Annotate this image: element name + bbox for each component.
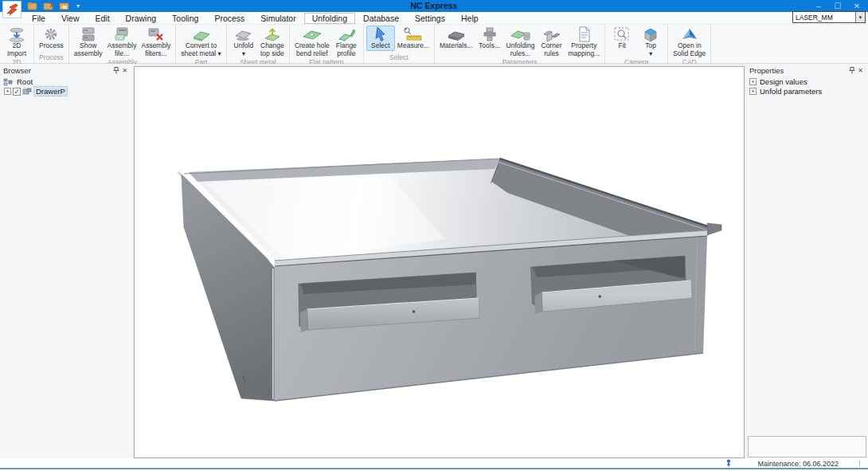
browser-panel-title: Browser xyxy=(3,66,31,75)
materials-icon xyxy=(447,26,466,42)
design-values-expander-icon[interactable]: + xyxy=(749,78,757,85)
drawerp-expander-icon[interactable]: + xyxy=(4,88,11,95)
ribbon-group-select: Select Measure... Select xyxy=(364,25,435,63)
2d-import-icon xyxy=(8,26,25,42)
quick-access-toolbar: ▾ xyxy=(27,2,80,10)
measure-button[interactable]: Measure... xyxy=(395,26,432,51)
browser-panel-header: Browser ✕ xyxy=(0,64,132,76)
assembly-file-icon: </> xyxy=(112,26,131,42)
assembly-file-button[interactable]: </> Assembly file... xyxy=(105,26,139,58)
top-view-cube-icon xyxy=(642,26,659,42)
maximize-button[interactable]: ☐ xyxy=(828,0,847,12)
tools-icon xyxy=(481,26,499,42)
2d-import-button[interactable]: 2D Import xyxy=(2,26,31,58)
unfolding-rules-button[interactable]: Unfolding rules... xyxy=(504,26,538,58)
close-button[interactable]: ✕ xyxy=(847,0,866,12)
property-mapping-icon xyxy=(575,26,592,42)
unfold-button[interactable]: Unfold ▾ xyxy=(229,26,258,58)
qat-import-button[interactable] xyxy=(43,2,53,10)
properties-panel-title: Properties xyxy=(749,66,784,75)
properties-item-unfold-parameters[interactable]: + Unfold parameters xyxy=(749,87,866,96)
properties-pin-icon[interactable] xyxy=(847,66,856,75)
process-gear-icon xyxy=(42,26,60,42)
main-area: Browser ✕ Root + ✓ DrawerP xyxy=(0,64,868,458)
browser-close-icon[interactable]: ✕ xyxy=(120,66,129,75)
root-label: Root xyxy=(15,77,34,86)
convert-to-sheet-metal-button[interactable]: Convert to sheet metal ▾ xyxy=(178,26,224,58)
unfolding-rules-icon xyxy=(510,26,531,42)
drawer-3d-model[interactable] xyxy=(135,67,744,457)
machine-select-combo[interactable]: LASER_MM ▼ xyxy=(792,11,866,23)
ribbon-group-2d: 2D Import 2D xyxy=(0,25,34,63)
menu-bar: File View Edit Drawing Tooling Process S… xyxy=(0,12,868,25)
fit-button[interactable]: Fit xyxy=(608,26,636,51)
show-assembly-icon xyxy=(80,26,97,42)
assembly-filters-icon xyxy=(147,26,166,42)
ribbon-group-assembly: Show assembly </> Assembly file... Assem… xyxy=(69,25,177,63)
ribbon-group-part: Convert to sheet metal ▾ Part xyxy=(176,25,227,63)
app-logo-icon[interactable] xyxy=(2,1,22,18)
flange-profile-button[interactable]: Flange profile xyxy=(332,26,361,58)
qat-open-button[interactable] xyxy=(27,2,37,10)
corner-rules-icon xyxy=(542,26,561,42)
qat-customize-caret-icon[interactable]: ▾ xyxy=(76,2,80,10)
properties-item-design-values[interactable]: + Design values xyxy=(749,77,866,86)
ribbon-group-label-process: Process xyxy=(37,53,66,63)
nc-express-window: { "window": { "title": "NC Express", "mi… xyxy=(0,0,868,471)
browser-pin-icon[interactable] xyxy=(111,66,120,75)
materials-button[interactable]: Materials... xyxy=(437,26,475,51)
combo-dropdown-icon[interactable]: ▼ xyxy=(855,12,865,22)
create-hole-bend-relief-icon xyxy=(302,26,323,42)
tree-item-root[interactable]: Root xyxy=(3,77,131,86)
menu-unfolding[interactable]: Unfolding xyxy=(304,13,355,24)
ribbon-group-label-select: Select xyxy=(366,53,432,63)
menu-database[interactable]: Database xyxy=(355,13,407,24)
menu-simulator[interactable]: Simulator xyxy=(252,13,303,24)
model-viewport[interactable] xyxy=(134,66,745,458)
properties-tree: + Design values + Unfold parameters xyxy=(746,76,868,96)
solid-edge-icon xyxy=(680,26,699,42)
nc-express-logo-icon xyxy=(5,3,19,16)
top-view-button[interactable]: Top ▾ xyxy=(636,26,665,58)
unfold-parameters-expander-icon[interactable]: + xyxy=(749,88,757,95)
drawerp-checkbox[interactable]: ✓ xyxy=(13,88,21,96)
corner-rules-button[interactable]: Corner rules xyxy=(538,26,566,58)
open-in-solid-edge-button[interactable]: Open in Solid Edge xyxy=(671,26,708,58)
unfold-icon xyxy=(234,26,253,42)
properties-panel-header: Properties ✕ xyxy=(746,64,868,76)
property-mapping-button[interactable]: Property mapping... xyxy=(566,26,603,58)
ribbon-group-flat-pattern: Create hole bend relief Flange profile F… xyxy=(290,25,364,63)
root-assembly-icon xyxy=(3,78,13,86)
menu-edit[interactable]: Edit xyxy=(88,13,118,24)
change-top-side-icon xyxy=(263,26,282,42)
process-button[interactable]: Process xyxy=(37,26,66,51)
fit-icon xyxy=(613,26,631,42)
measure-ruler-icon xyxy=(402,26,424,42)
ribbon-group-camera: Fit Top ▾ Camera xyxy=(605,25,668,63)
drawerp-part-icon xyxy=(22,88,32,96)
change-top-side-button[interactable]: Change top side xyxy=(258,26,287,58)
qat-save-button[interactable] xyxy=(59,2,69,10)
assembly-filters-button[interactable]: Assembly filters... xyxy=(139,26,173,58)
menu-settings[interactable]: Settings xyxy=(407,13,453,24)
tree-item-drawerp[interactable]: + ✓ DrawerP xyxy=(3,87,131,96)
window-bottom-edge xyxy=(0,468,868,469)
drawerp-label: DrawerP xyxy=(34,87,67,96)
properties-panel: Properties ✕ + Design values + Unfold pa… xyxy=(746,64,868,458)
properties-preview-box xyxy=(748,436,866,457)
convert-to-sheet-metal-icon xyxy=(192,26,211,42)
menu-process[interactable]: Process xyxy=(206,13,252,24)
create-hole-bend-relief-button[interactable]: Create hole bend relief xyxy=(292,26,332,58)
select-button[interactable]: Select xyxy=(366,26,395,51)
properties-close-icon[interactable]: ✕ xyxy=(856,66,865,75)
menu-help[interactable]: Help xyxy=(453,13,487,24)
menu-drawing[interactable]: Drawing xyxy=(118,13,165,24)
minimize-button[interactable]: – xyxy=(809,0,828,12)
menu-view[interactable]: View xyxy=(53,13,88,24)
menu-tooling[interactable]: Tooling xyxy=(164,13,206,24)
window-title: NC Express xyxy=(0,1,868,10)
menu-file[interactable]: File xyxy=(24,13,53,24)
tools-button[interactable]: Tools... xyxy=(475,26,504,51)
show-assembly-button[interactable]: Show assembly xyxy=(72,26,105,58)
select-cursor-icon xyxy=(372,26,389,42)
